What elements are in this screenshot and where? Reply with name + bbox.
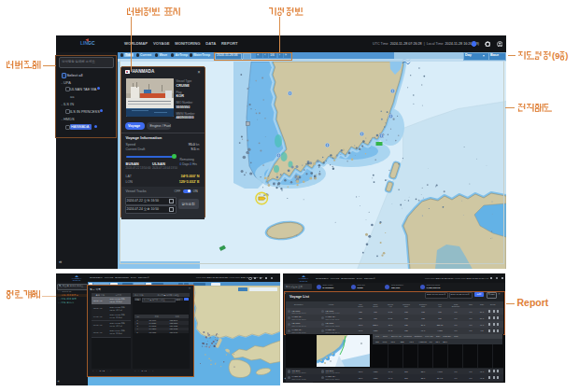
- svg-text:9: 9: [555, 51, 559, 61]
- svg-text:): ): [565, 51, 568, 61]
